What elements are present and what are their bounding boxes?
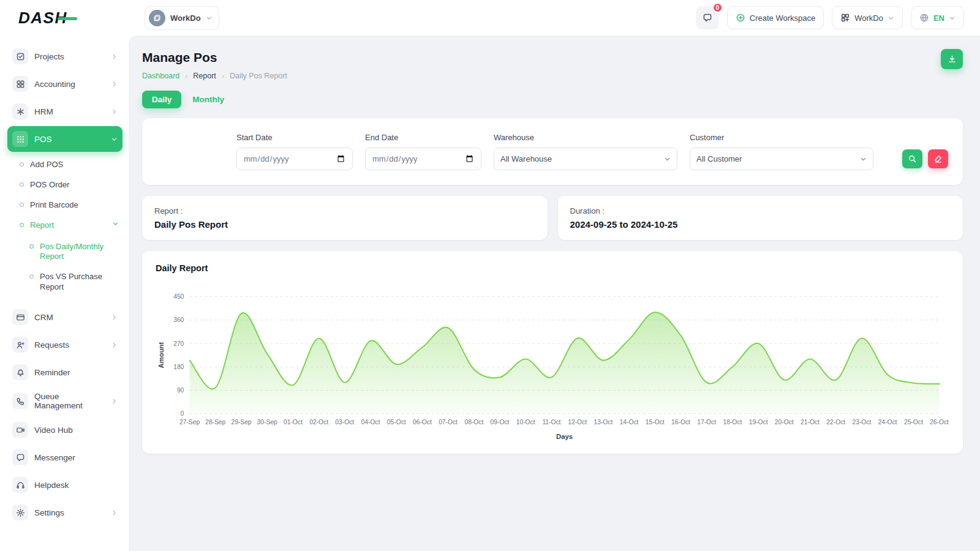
sidebar-item-projects[interactable]: Projects xyxy=(7,43,123,69)
sidebar-subitem-print-barcode[interactable]: Print Barcode xyxy=(16,195,123,216)
svg-text:12-Oct: 12-Oct xyxy=(568,419,587,425)
crm-icon xyxy=(12,309,28,325)
customer-field: Customer All Customer xyxy=(690,133,873,170)
hrm-icon xyxy=(12,103,28,119)
report-summary-card: Report : Daily Pos Report xyxy=(142,196,548,240)
svg-text:15-Oct: 15-Oct xyxy=(646,419,665,425)
svg-text:03-Oct: 03-Oct xyxy=(335,419,354,425)
sidebar-item-settings[interactable]: Settings xyxy=(7,500,123,525)
filter-card: Start Date End Date Warehouse All Wareho… xyxy=(142,118,963,185)
sidebar-item-label: Reminder xyxy=(34,368,70,377)
sidebar-subitem-add-pos[interactable]: Add POS xyxy=(16,155,123,175)
page-head: Manage Pos Dashboard › Report › Daily Po… xyxy=(142,47,963,80)
sidebar-subitem-label: Print Barcode xyxy=(30,200,78,211)
sidebar-item-crm[interactable]: CRM xyxy=(7,304,123,330)
sidebar-item-requests[interactable]: Requests xyxy=(7,332,123,358)
sidebar-subitem-label: Pos VS Purchase Report xyxy=(40,272,108,293)
chevron-down-icon xyxy=(112,220,119,227)
apps-icon xyxy=(840,13,850,23)
customer-select[interactable]: All Customer xyxy=(690,148,873,170)
sidebar-subitem-report[interactable]: Report xyxy=(16,216,123,236)
search-button[interactable] xyxy=(902,149,922,168)
sidebar-item-label: Queue Management xyxy=(34,392,105,410)
svg-text:04-Oct: 04-Oct xyxy=(361,419,380,425)
chevron-down-icon xyxy=(888,15,894,21)
sidebar-item-label: Video Hub xyxy=(34,425,73,435)
svg-text:28-Sep: 28-Sep xyxy=(205,419,225,425)
sidebar-subitem-pos-vs-purchase-report[interactable]: Pos VS Purchase Report xyxy=(26,267,123,298)
requests-icon xyxy=(12,337,28,353)
svg-text:24-Oct: 24-Oct xyxy=(878,419,897,425)
breadcrumb-separator: › xyxy=(185,72,187,80)
chevron-right-icon xyxy=(111,509,118,516)
tab-daily[interactable]: Daily xyxy=(142,91,181,108)
globe-icon xyxy=(919,13,929,23)
svg-text:270: 270 xyxy=(173,340,184,347)
report-label: Report : xyxy=(154,206,535,216)
svg-text:05-Oct: 05-Oct xyxy=(387,419,406,425)
tab-monthly[interactable]: Monthly xyxy=(190,91,227,108)
breadcrumb-separator: › xyxy=(222,72,224,80)
stack-icon xyxy=(149,10,165,26)
workspace-name: WorkDo xyxy=(170,13,201,23)
language-selector[interactable]: EN xyxy=(911,6,964,29)
start-date-field: Start Date xyxy=(236,133,353,170)
end-date-input[interactable] xyxy=(365,148,481,170)
sidebar-item-hrm[interactable]: HRM xyxy=(7,99,123,124)
bullet-icon xyxy=(20,203,24,207)
accounting-icon xyxy=(12,76,28,92)
messages-button[interactable]: 0 xyxy=(696,6,719,29)
svg-text:30-Sep: 30-Sep xyxy=(257,419,277,425)
download-icon xyxy=(948,54,957,64)
reminder-icon xyxy=(12,364,28,380)
svg-text:16-Oct: 16-Oct xyxy=(671,419,690,425)
video-icon xyxy=(12,422,28,438)
chevron-right-icon xyxy=(111,342,118,348)
workspace-switcher[interactable]: WorkDo xyxy=(145,6,219,30)
logo[interactable]: DASH xyxy=(18,9,67,28)
svg-text:17-Oct: 17-Oct xyxy=(697,419,716,425)
sidebar-item-label: Settings xyxy=(34,508,64,517)
sidebar-item-pos[interactable]: POS xyxy=(7,126,123,152)
bullet-icon xyxy=(20,182,24,187)
warehouse-label: Warehouse xyxy=(494,133,677,142)
warehouse-select[interactable]: All Warehouse xyxy=(494,148,677,170)
create-workspace-button[interactable]: Create Workspace xyxy=(727,6,824,29)
svg-text:19-Oct: 19-Oct xyxy=(749,419,768,425)
sidebar-item-reminder[interactable]: Reminder xyxy=(7,359,123,385)
chevron-right-icon xyxy=(111,108,118,115)
sidebar-item-label: Accounting xyxy=(34,80,75,89)
sidebar-item-helpdesk[interactable]: Helpdesk xyxy=(7,472,123,498)
duration-value: 2024-09-25 to 2024-10-25 xyxy=(570,219,951,230)
download-button[interactable] xyxy=(941,49,963,69)
bullet-icon xyxy=(20,162,24,167)
projects-icon xyxy=(12,48,28,64)
chart-title: Daily Report xyxy=(156,263,949,273)
sidebar-item-label: Requests xyxy=(34,340,69,350)
svg-text:22-Oct: 22-Oct xyxy=(826,419,845,425)
sidebar-item-video-hub[interactable]: Video Hub xyxy=(7,417,123,443)
svg-text:27-Sep: 27-Sep xyxy=(179,419,200,425)
svg-text:08-Oct: 08-Oct xyxy=(464,419,483,425)
sidebar-subitem-pos-order[interactable]: POS Order xyxy=(16,175,123,195)
svg-text:23-Oct: 23-Oct xyxy=(852,419,871,425)
sidebar-subitem-pos-daily-monthly-report[interactable]: Pos Daily/Monthly Report xyxy=(26,237,123,268)
daily-report-chart-card: Daily Report 09018027036045027-Sep28-Sep… xyxy=(142,251,963,454)
reset-filter-button[interactable] xyxy=(928,149,948,168)
sidebar-item-queue-management[interactable]: Queue Management xyxy=(7,387,123,415)
app-window: DASH WorkDo 0 Create Workspace WorkDo xyxy=(0,0,980,551)
svg-text:450: 450 xyxy=(173,293,184,300)
eraser-icon xyxy=(933,154,943,163)
end-date-label: End Date xyxy=(365,133,481,142)
sidebar-item-messenger[interactable]: Messenger xyxy=(7,444,123,470)
sidebar: ProjectsAccountingHRMPOSAdd POSPOS Order… xyxy=(0,36,129,551)
sidebar-item-label: Helpdesk xyxy=(34,481,69,490)
sidebar-item-accounting[interactable]: Accounting xyxy=(7,71,123,97)
start-date-input[interactable] xyxy=(236,148,353,170)
svg-text:02-Oct: 02-Oct xyxy=(309,419,328,425)
logo-area: DASH xyxy=(0,9,129,28)
breadcrumb-report[interactable]: Report xyxy=(193,72,216,80)
workspace-menu-button[interactable]: WorkDo xyxy=(832,6,903,29)
daily-report-area-chart: 09018027036045027-Sep28-Sep29-Sep30-Sep0… xyxy=(156,287,949,449)
breadcrumb-dashboard[interactable]: Dashboard xyxy=(142,72,179,80)
